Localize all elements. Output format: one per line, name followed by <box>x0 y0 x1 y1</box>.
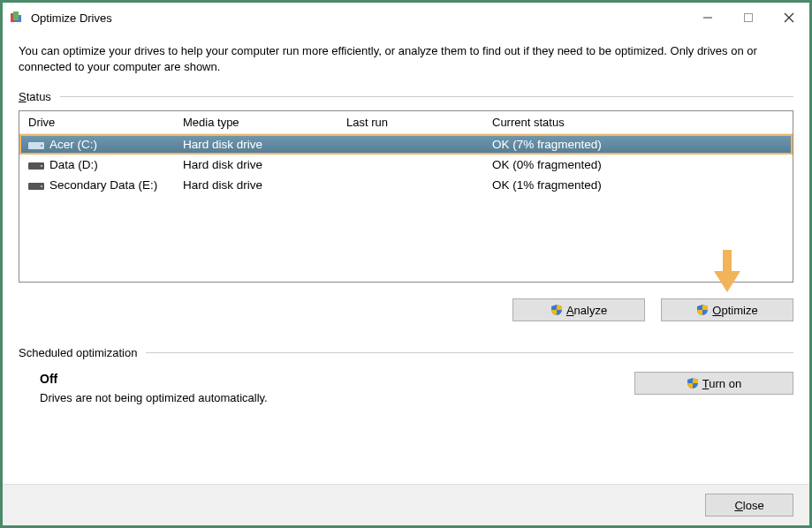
svg-rect-2 <box>13 11 19 20</box>
scheduled-sub: Drives are not being optimized automatic… <box>40 391 634 404</box>
divider-line <box>60 96 793 97</box>
description-text: You can optimize your drives to help you… <box>19 43 793 74</box>
drive-icon <box>28 140 44 150</box>
col-header-media[interactable]: Media type <box>174 116 338 129</box>
maximize-button[interactable] <box>728 3 769 33</box>
cell-drive: Secondary Data (E:) <box>19 178 174 192</box>
scheduled-body: Off Drives are not being optimized autom… <box>19 366 793 404</box>
cell-status: OK (7% fragmented) <box>485 138 791 151</box>
drive-table: Drive Media type Last run Current status… <box>19 110 793 283</box>
table-body: Acer (C:)Hard disk driveOK (7% fragmente… <box>19 134 793 195</box>
shield-icon <box>687 377 699 389</box>
svg-point-12 <box>41 185 42 187</box>
shield-icon <box>696 304 709 316</box>
col-header-drive[interactable]: Drive <box>19 116 174 129</box>
scheduled-section: Scheduled optimization Off Drives are no… <box>19 346 793 404</box>
cell-drive: Data (D:) <box>19 158 174 171</box>
drive-name: Data (D:) <box>49 158 98 171</box>
close-window-button[interactable] <box>769 3 809 33</box>
drive-icon <box>28 160 44 170</box>
minimize-button[interactable] <box>687 3 728 33</box>
table-row[interactable]: Secondary Data (E:)Hard disk driveOK (1%… <box>19 175 793 195</box>
drive-name: Secondary Data (E:) <box>49 178 157 192</box>
drive-name: Acer (C:) <box>49 138 97 151</box>
footer-bar: Close <box>3 484 809 525</box>
arrow-callout-icon <box>714 250 740 295</box>
col-header-status[interactable]: Current status <box>483 116 793 129</box>
optimize-button[interactable]: Optimize <box>661 298 793 321</box>
scheduled-section-label: Scheduled optimization <box>19 346 793 359</box>
drive-action-row: Analyze Optimize <box>19 298 793 321</box>
table-row[interactable]: Data (D:)Hard disk driveOK (0% fragmente… <box>19 155 793 175</box>
divider-line <box>146 352 793 353</box>
shield-icon <box>550 304 563 316</box>
scheduled-state: Off <box>40 372 634 386</box>
analyze-button[interactable]: Analyze <box>512 298 645 321</box>
window-controls <box>687 3 809 33</box>
cell-media: Hard disk drive <box>174 178 338 192</box>
content-area: You can optimize your drives to help you… <box>3 33 809 484</box>
status-section-label: Status <box>19 90 793 103</box>
cell-drive: Acer (C:) <box>21 138 176 151</box>
table-header: Drive Media type Last run Current status <box>19 111 793 134</box>
cell-status: OK (1% fragmented) <box>483 178 793 192</box>
drive-icon <box>28 180 44 191</box>
cell-status: OK (0% fragmented) <box>483 158 793 171</box>
optimize-drives-window: Optimize Drives You can optimize your dr… <box>0 0 812 528</box>
svg-rect-4 <box>745 14 753 22</box>
cell-media: Hard disk drive <box>176 138 339 151</box>
scheduled-left: Off Drives are not being optimized autom… <box>40 372 634 404</box>
table-row[interactable]: Acer (C:)Hard disk driveOK (7% fragmente… <box>19 134 793 155</box>
cell-media: Hard disk drive <box>174 158 338 171</box>
svg-point-8 <box>41 145 42 147</box>
svg-point-10 <box>41 165 42 167</box>
col-header-last[interactable]: Last run <box>338 116 483 129</box>
close-button[interactable]: Close <box>705 494 793 517</box>
app-icon <box>10 11 24 25</box>
title-bar: Optimize Drives <box>3 3 809 33</box>
window-title: Optimize Drives <box>31 11 687 25</box>
turn-on-button[interactable]: Turn on <box>634 372 793 395</box>
